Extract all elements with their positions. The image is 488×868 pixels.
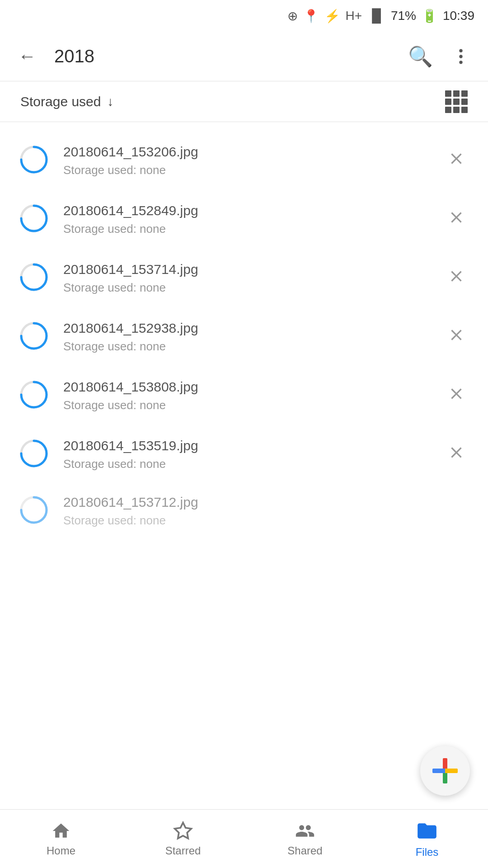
file-name: 20180614_153519.jpg <box>63 438 429 453</box>
people-icon <box>295 821 315 841</box>
nav-starred-label: Starred <box>165 844 201 857</box>
grid-cell <box>453 107 460 113</box>
signal-icon: ▐▌ <box>367 9 385 23</box>
circle-plus-icon: ⊕ <box>287 9 298 24</box>
file-item-info: 20180614_152849.jpgStorage used: none <box>63 203 429 236</box>
file-name: 20180614_153206.jpg <box>63 144 429 160</box>
svg-marker-10 <box>175 822 192 838</box>
sort-row: Storage used ↓ <box>0 81 488 122</box>
nav-shared[interactable]: Shared <box>244 821 366 857</box>
bluetooth-icon: ⚡ <box>324 9 340 24</box>
app-bar: ← 2018 🔍 <box>0 32 488 81</box>
add-icon <box>432 758 458 783</box>
loading-spinner <box>18 144 50 177</box>
grid-cell <box>461 90 468 97</box>
file-storage: Storage used: none <box>63 514 470 528</box>
app-bar-actions: 🔍 <box>407 43 474 70</box>
file-name: 20180614_153712.jpg <box>63 495 470 510</box>
nav-home[interactable]: Home <box>0 821 122 857</box>
svg-point-1 <box>459 55 462 58</box>
nav-starred[interactable]: Starred <box>122 821 244 857</box>
sort-label-text: Storage used <box>20 94 101 109</box>
search-icon: 🔍 <box>408 45 433 68</box>
remove-file-button[interactable] <box>443 145 470 176</box>
file-name: 20180614_153714.jpg <box>63 262 429 277</box>
clock: 10:39 <box>443 9 474 23</box>
loading-spinner <box>18 261 50 295</box>
page-title: 2018 <box>54 46 393 66</box>
file-storage: Storage used: none <box>63 457 429 471</box>
file-storage: Storage used: none <box>63 163 429 177</box>
remove-file-button[interactable] <box>443 321 470 353</box>
svg-point-2 <box>459 61 462 64</box>
file-item-info: 20180614_153808.jpgStorage used: none <box>63 379 429 412</box>
battery-percent: 71% <box>391 9 416 23</box>
sort-direction-icon: ↓ <box>107 94 113 109</box>
network-icon: H+ <box>346 9 362 23</box>
remove-file-button[interactable] <box>443 263 470 294</box>
file-item-info: 20180614_152938.jpgStorage used: none <box>63 321 429 354</box>
list-item[interactable]: 20180614_153712.jpgStorage used: none <box>0 484 488 538</box>
grid-cell <box>445 99 451 105</box>
file-storage: Storage used: none <box>63 281 429 295</box>
add-button[interactable] <box>420 746 470 796</box>
nav-home-label: Home <box>47 844 75 857</box>
svg-point-0 <box>459 49 462 52</box>
nav-shared-label: Shared <box>287 844 322 857</box>
file-storage: Storage used: none <box>63 340 429 354</box>
sort-button[interactable]: Storage used ↓ <box>20 94 113 109</box>
file-name: 20180614_152938.jpg <box>63 321 429 336</box>
bottom-nav: Home Starred Shared Files <box>0 809 488 868</box>
star-icon <box>173 821 193 841</box>
home-icon <box>51 821 71 841</box>
grid-cell <box>461 107 468 113</box>
nav-files[interactable]: Files <box>366 820 488 859</box>
remove-file-button[interactable] <box>443 439 470 470</box>
file-item-info: 20180614_153519.jpgStorage used: none <box>63 438 429 471</box>
loading-spinner <box>18 438 50 471</box>
grid-cell <box>453 99 460 105</box>
status-icons: ⊕ 📍 ⚡ H+ ▐▌ 71% 🔋 10:39 <box>287 9 474 24</box>
search-button[interactable]: 🔍 <box>407 43 434 70</box>
loading-spinner <box>18 320 50 354</box>
loading-spinner <box>18 494 50 528</box>
list-item[interactable]: 20180614_152938.jpgStorage used: none <box>0 307 488 366</box>
loading-spinner <box>18 379 50 412</box>
location-icon: 📍 <box>303 9 319 24</box>
grid-cell <box>453 90 460 97</box>
nav-files-label: Files <box>416 846 439 859</box>
more-vertical-icon <box>451 47 471 66</box>
remove-file-button[interactable] <box>443 380 470 411</box>
file-list: 20180614_153206.jpgStorage used: none 20… <box>0 122 488 547</box>
grid-cell <box>461 99 468 105</box>
grid-view-button[interactable] <box>445 90 468 113</box>
file-item-info: 20180614_153714.jpgStorage used: none <box>63 262 429 295</box>
list-item[interactable]: 20180614_153808.jpgStorage used: none <box>0 366 488 425</box>
status-bar: ⊕ 📍 ⚡ H+ ▐▌ 71% 🔋 10:39 <box>0 0 488 32</box>
file-item-info: 20180614_153712.jpgStorage used: none <box>63 495 470 528</box>
grid-cell <box>445 107 451 113</box>
remove-file-button[interactable] <box>443 204 470 235</box>
file-storage: Storage used: none <box>63 398 429 412</box>
more-options-button[interactable] <box>447 43 474 70</box>
list-item[interactable]: 20180614_152849.jpgStorage used: none <box>0 190 488 249</box>
list-item[interactable]: 20180614_153714.jpgStorage used: none <box>0 249 488 307</box>
file-name: 20180614_153808.jpg <box>63 379 429 395</box>
file-name: 20180614_152849.jpg <box>63 203 429 218</box>
battery-icon: 🔋 <box>422 9 437 24</box>
file-item-info: 20180614_153206.jpgStorage used: none <box>63 144 429 177</box>
loading-spinner <box>18 203 50 236</box>
folder-icon <box>416 820 438 842</box>
list-item[interactable]: 20180614_153206.jpgStorage used: none <box>0 131 488 190</box>
list-item[interactable]: 20180614_153519.jpgStorage used: none <box>0 425 488 484</box>
grid-cell <box>445 90 451 97</box>
file-storage: Storage used: none <box>63 222 429 236</box>
back-arrow-icon: ← <box>18 46 36 66</box>
back-button[interactable]: ← <box>14 43 41 70</box>
